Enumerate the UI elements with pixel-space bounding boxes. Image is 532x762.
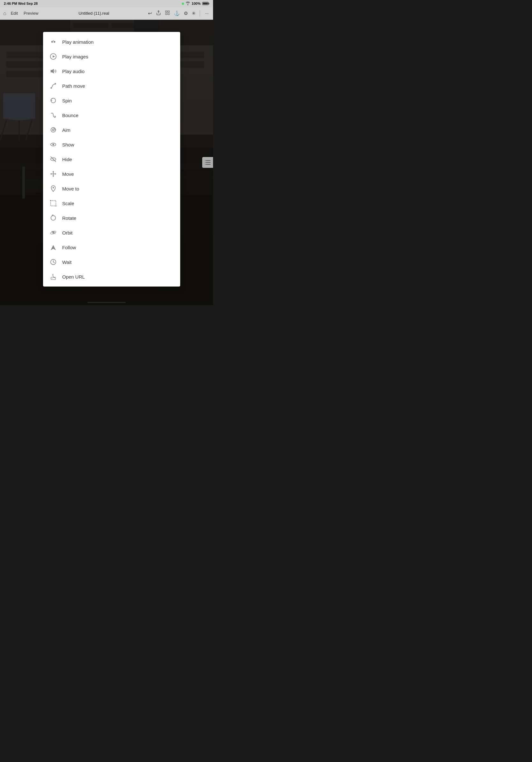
path-move-icon [49,82,57,90]
svg-point-40 [54,41,55,43]
svg-marker-57 [52,176,54,177]
svg-marker-59 [55,173,56,175]
open-url-label: Open URL [62,274,85,279]
svg-rect-37 [205,162,206,163]
svg-rect-36 [205,160,206,161]
menu-item-move-to[interactable]: Move to [43,181,180,196]
rotate-label: Rotate [62,215,76,221]
svg-marker-58 [50,173,52,175]
menu-item-aim[interactable]: Aim [43,122,180,137]
move-icon [49,170,57,178]
menu-item-wait[interactable]: Wait [43,255,180,269]
home-icon[interactable]: ⌂ [3,11,6,16]
menu-item-show[interactable]: Show [43,137,180,152]
play-animation-label: Play animation [62,39,94,45]
svg-rect-38 [205,164,206,165]
scale-label: Scale [62,201,74,206]
svg-marker-66 [51,245,56,251]
menu-item-rotate[interactable]: Rotate [43,211,180,225]
svg-rect-61 [51,201,56,206]
svg-point-47 [51,128,56,132]
toolbar: ⌂ Edit Preview Untitled (11).real ↩ ⚓ ⚙ … [0,7,213,20]
hide-icon [49,155,57,163]
battery-icon [202,2,209,5]
svg-marker-44 [51,69,54,74]
svg-point-39 [51,41,53,43]
bounce-label: Bounce [62,113,79,118]
svg-point-50 [52,144,54,145]
menu-item-move[interactable]: Move [43,167,180,181]
undo-icon[interactable]: ↩ [148,11,152,16]
wait-label: Wait [62,260,71,265]
svg-point-48 [52,129,54,131]
list-toggle-button[interactable] [202,157,213,168]
show-icon [49,141,57,148]
preview-button[interactable]: Preview [22,10,39,16]
svg-rect-0 [166,11,167,12]
orbit-label: Orbit [62,230,73,236]
svg-point-62 [50,200,51,201]
toolbar-divider [200,10,200,17]
export-icon[interactable] [156,10,161,16]
show-label: Show [62,142,74,147]
path-move-label: Path move [62,83,85,89]
menu-item-hide[interactable]: Hide [43,152,180,167]
menu-item-orbit[interactable]: Orbit [43,225,180,240]
play-audio-icon [49,67,57,75]
status-time-date: 2:46 PM Wed Sep 28 [4,2,37,5]
select-icon[interactable] [165,10,170,16]
follow-label: Follow [62,245,76,250]
scale-icon [49,199,57,207]
edit-button[interactable]: Edit [10,10,19,16]
play-animation-icon [49,38,57,45]
menu-item-play-images[interactable]: Play images [43,49,180,64]
ar-icon[interactable]: ✳ [192,11,196,16]
open-url-icon [49,273,57,280]
menu-item-open-url[interactable]: Open URL [43,269,180,284]
svg-rect-2 [166,13,167,15]
play-images-icon [49,53,57,60]
svg-rect-3 [168,13,169,15]
menu-item-follow[interactable]: Follow [43,240,180,255]
svg-point-69 [52,278,52,279]
actions-dropdown-menu: Play animation Play images Play audio Pa… [43,32,180,286]
status-indicators: 100% [182,2,209,6]
svg-point-63 [55,205,56,206]
play-images-label: Play images [62,54,88,59]
svg-rect-1 [168,11,169,12]
svg-point-45 [50,87,52,89]
more-button[interactable]: ··· [204,10,210,16]
home-bar [87,302,126,303]
aim-label: Aim [62,127,71,133]
svg-rect-68 [51,277,56,279]
status-bar: 2:46 PM Wed Sep 28 100% [0,0,213,7]
move-label: Move [62,171,74,177]
anchor-icon[interactable]: ⚓ [174,11,180,16]
svg-marker-56 [52,171,54,172]
battery-level: 100% [192,2,201,5]
svg-point-53 [52,158,54,160]
menu-item-scale[interactable]: Scale [43,196,180,211]
svg-point-60 [53,187,54,189]
wait-icon [49,258,57,266]
svg-point-65 [52,232,54,234]
spin-icon [49,97,57,104]
document-title: Untitled (11).real [43,11,145,16]
menu-item-play-animation[interactable]: Play animation [43,35,180,49]
menu-item-path-move[interactable]: Path move [43,79,180,93]
menu-item-spin[interactable]: Spin [43,93,180,108]
rotate-icon [49,214,57,222]
menu-item-play-audio[interactable]: Play audio [43,64,180,79]
play-audio-label: Play audio [62,69,85,74]
toolbar-actions: ↩ ⚓ ⚙ ✳ ··· [148,10,210,17]
move-to-label: Move to [62,186,79,191]
signal-dot [182,3,184,5]
aim-icon [49,126,57,134]
svg-point-46 [54,83,56,85]
wifi-icon [186,2,190,6]
bounce-icon [49,112,57,119]
settings-icon[interactable]: ⚙ [184,11,188,16]
move-to-icon [49,185,57,192]
menu-item-bounce[interactable]: Bounce [43,108,180,122]
orbit-icon [49,229,57,236]
